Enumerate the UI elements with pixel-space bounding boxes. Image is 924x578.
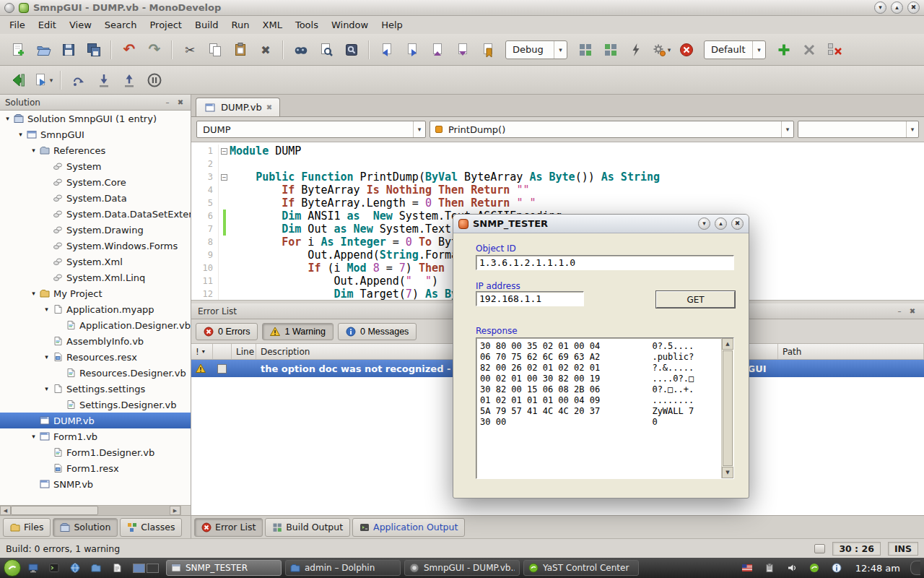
pager-desktop-1[interactable] — [133, 564, 145, 573]
menu-item-xml[interactable]: XML — [256, 17, 289, 33]
tab-files[interactable]: Files — [3, 518, 51, 537]
step-out-button[interactable] — [117, 69, 141, 92]
tree-item-smnpgui[interactable]: ▾SmnpGUI — [0, 126, 191, 142]
run-with-button[interactable]: ▾ — [649, 38, 673, 61]
clock[interactable]: 12:48 am — [855, 563, 900, 574]
menu-item-edit[interactable]: Edit — [32, 17, 63, 33]
tab-build-output[interactable]: Build Output — [265, 518, 350, 537]
tree-item-system-core[interactable]: System.Core — [0, 174, 191, 190]
region-combobox[interactable]: ▾ — [798, 121, 919, 138]
nav-forward-button[interactable] — [400, 38, 424, 61]
code-line[interactable]: 1–Module DUMP — [191, 144, 924, 158]
menu-item-view[interactable]: View — [63, 17, 98, 33]
us-flag-tray-icon[interactable] — [738, 559, 756, 577]
window-menu-icon[interactable] — [4, 3, 14, 13]
run-file-button[interactable]: ▾ — [31, 69, 55, 92]
copy-button[interactable] — [203, 38, 227, 61]
pane-minimize-icon[interactable]: – — [894, 308, 905, 315]
debug-button[interactable] — [624, 38, 648, 61]
checkbox[interactable] — [217, 364, 227, 374]
code-line[interactable]: 4 If ByteArray Is Nothing Then Return "" — [191, 184, 924, 197]
code-line[interactable]: 2 — [191, 158, 924, 171]
type-combobox[interactable]: DUMP ▾ — [196, 121, 426, 138]
response-textarea[interactable]: 30 80 00 35 02 01 00 04 0?.5....06 70 75… — [476, 337, 734, 479]
1-warning-button[interactable]: 1 Warning — [262, 323, 334, 340]
pane-close-icon[interactable]: ✖ — [907, 308, 918, 315]
build-button[interactable] — [573, 38, 597, 61]
delete-button[interactable]: ✖ — [253, 38, 277, 61]
expander-icon[interactable]: ▾ — [3, 115, 12, 122]
save-button[interactable] — [56, 38, 80, 61]
row-checkbox[interactable] — [213, 364, 232, 374]
column-header-line[interactable]: Line — [232, 344, 256, 359]
new-file-button[interactable] — [6, 38, 30, 61]
tree-item-system[interactable]: System — [0, 158, 191, 174]
panel-cashew-icon[interactable] — [910, 561, 920, 575]
open-file-button[interactable] — [31, 38, 55, 61]
tree-item-dump-vb[interactable]: DUMP.vb — [0, 413, 191, 428]
volume-tray-icon[interactable] — [783, 559, 801, 577]
expander-icon[interactable]: ▾ — [42, 306, 51, 313]
scrollbar-thumb[interactable] — [11, 506, 98, 515]
computer-launcher-icon[interactable] — [25, 559, 42, 577]
tree-item-form1-designer-vb[interactable]: Form1.Designer.vb — [0, 444, 191, 460]
dialog-titlebar[interactable]: SNMP_TESTER ▾ ▴ ✖ — [453, 215, 749, 233]
dialog-minimize-button[interactable]: ▾ — [698, 217, 710, 230]
prev-bookmark-button[interactable] — [425, 38, 449, 61]
klipper-tray-icon[interactable] — [761, 559, 778, 577]
expander-icon[interactable]: ▾ — [29, 433, 38, 440]
tree-item-assemblyinfo-vb[interactable]: AssemblyInfo.vb — [0, 333, 191, 349]
tree-item-my-project[interactable]: ▾My Project — [0, 285, 191, 301]
stop-button[interactable] — [674, 38, 698, 61]
tree-item-references[interactable]: ▾References — [0, 142, 191, 158]
tree-item-resources-designer-vb[interactable]: Resources.Designer.vb — [0, 365, 191, 381]
menu-item-project[interactable]: Project — [143, 17, 188, 33]
menu-item-window[interactable]: Window — [325, 17, 375, 33]
remove-button[interactable] — [822, 38, 846, 61]
tab-classes[interactable]: Classes — [120, 518, 182, 537]
add-button[interactable] — [772, 38, 796, 61]
tree-item-form1-resx[interactable]: Form1.resx — [0, 460, 191, 476]
paste-button[interactable] — [228, 38, 252, 61]
scrollbar-track[interactable] — [11, 506, 170, 515]
globe-launcher-icon[interactable] — [66, 559, 84, 577]
search-replace-button[interactable] — [314, 38, 338, 61]
step-over-button[interactable] — [66, 69, 90, 92]
step-into-button[interactable] — [92, 69, 116, 92]
dialog-maximize-button[interactable]: ▴ — [715, 217, 727, 230]
undo-button[interactable]: ↶ — [117, 38, 141, 61]
tree-item-system-data[interactable]: System.Data — [0, 190, 191, 206]
taskbar-window-snmp-tester[interactable]: SNMP_TESTER — [166, 560, 282, 576]
menu-item-file[interactable]: File — [3, 17, 32, 33]
next-bookmark-button[interactable] — [450, 38, 474, 61]
runtime-select[interactable]: Default▾ — [704, 40, 766, 59]
scroll-left-icon[interactable]: ◀ — [0, 506, 11, 515]
taskbar-window-admin-dolphin[interactable]: admin – Dolphin — [285, 560, 401, 576]
column-header-[interactable]: !▾ — [191, 344, 213, 359]
expander-icon[interactable]: ▾ — [29, 147, 38, 154]
pause-button[interactable] — [142, 69, 166, 92]
expander-icon[interactable]: ▾ — [29, 290, 38, 297]
back-button[interactable] — [6, 69, 30, 92]
scrollbar-thumb[interactable] — [723, 350, 733, 466]
fold-marker-icon[interactable]: – — [219, 144, 230, 158]
tree-item-system-xml[interactable]: System.Xml — [0, 254, 191, 269]
menu-item-tools[interactable]: Tools — [289, 17, 325, 33]
info-tray-icon[interactable] — [828, 559, 845, 577]
files-launcher-icon[interactable] — [87, 559, 105, 577]
dialog-close-button[interactable]: ✖ — [731, 217, 744, 230]
ip-address-input[interactable] — [476, 291, 584, 306]
pad-minimize-icon[interactable]: – — [162, 99, 173, 106]
fold-box-icon[interactable]: – — [221, 148, 227, 155]
tree-item-snmp-vb[interactable]: SNMP.vb — [0, 476, 191, 492]
configuration-select[interactable]: Debug▾ — [505, 40, 567, 59]
find-in-files-button[interactable] — [339, 38, 363, 61]
terminal-launcher-icon[interactable] — [45, 559, 63, 577]
menu-item-build[interactable]: Build — [188, 17, 225, 33]
text-editor-launcher-icon[interactable] — [108, 559, 126, 577]
geeko-tray-icon[interactable] — [806, 559, 823, 577]
tree-item-application-designer-vb[interactable]: Application.Designer.vb — [0, 317, 191, 333]
menu-item-help[interactable]: Help — [375, 17, 409, 33]
object-id-input[interactable] — [476, 255, 734, 270]
start-menu-button[interactable] — [4, 559, 21, 577]
